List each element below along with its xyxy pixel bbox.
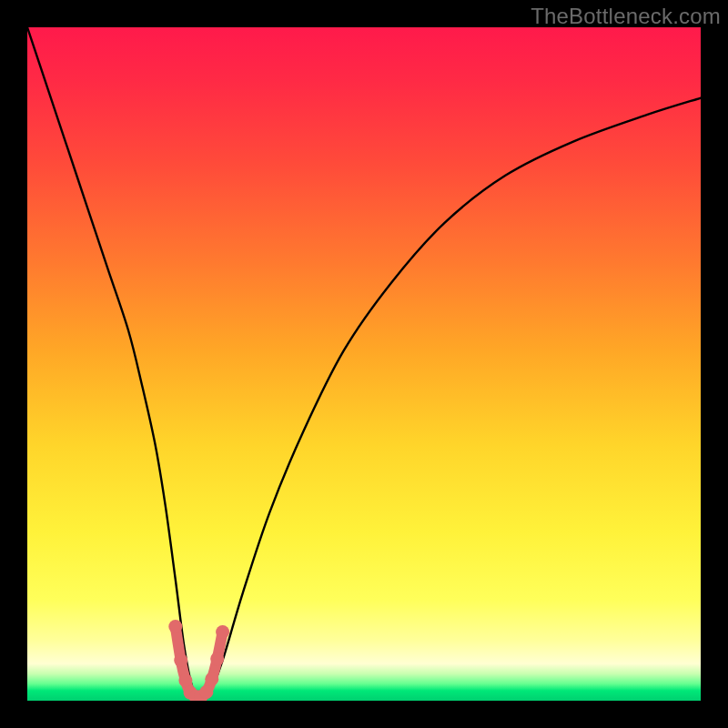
trough-dot <box>174 653 187 667</box>
trough-dot <box>205 672 218 686</box>
curve-layer <box>27 27 701 701</box>
trough-dot <box>216 625 229 639</box>
watermark-text: TheBottleneck.com <box>531 4 721 29</box>
trough-dot <box>168 620 182 633</box>
trough-dot <box>199 685 213 699</box>
trough-dot <box>178 673 192 687</box>
trough-dots <box>168 620 229 701</box>
trough-dot <box>210 652 224 666</box>
plot-area <box>27 27 701 701</box>
bottleneck-curve <box>27 27 701 698</box>
chart-frame: TheBottleneck.com <box>0 0 728 728</box>
